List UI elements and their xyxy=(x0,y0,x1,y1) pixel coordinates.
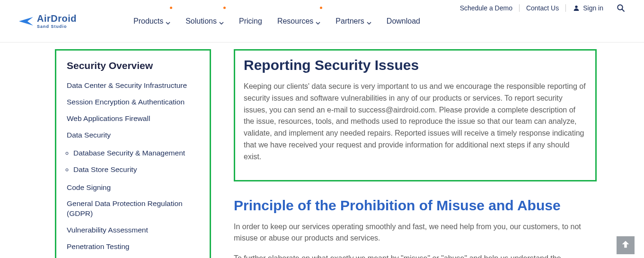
chevron-down-icon xyxy=(367,19,371,24)
section-principle-misuse: Principle of the Prohibition of Misuse a… xyxy=(234,198,597,258)
back-to-top-button[interactable] xyxy=(617,236,635,254)
notification-dot-icon xyxy=(223,7,226,9)
svg-point-1 xyxy=(575,6,578,8)
svg-point-2 xyxy=(618,5,623,10)
sidebar-item-vuln-assessment[interactable]: Vulnerability Assessment xyxy=(67,225,203,235)
sign-in-link[interactable]: Sign in xyxy=(566,4,610,12)
sidebar-item-session-encryption[interactable]: Session Encryption & Authentication xyxy=(67,97,203,107)
notification-dot-icon xyxy=(320,7,322,9)
nav-solutions[interactable]: Solutions xyxy=(185,0,224,42)
svg-line-3 xyxy=(622,9,624,11)
sign-in-label: Sign in xyxy=(583,4,603,12)
page-body: Security Overview Data Center & Security… xyxy=(0,43,644,258)
logo-arrow-icon xyxy=(19,14,33,28)
sidebar: Security Overview Data Center & Security… xyxy=(55,49,211,258)
nav-products-label: Products xyxy=(133,17,163,26)
sidebar-subitem-data-store[interactable]: Data Store Security xyxy=(73,165,203,175)
section-heading: Reporting Security Issues xyxy=(244,57,587,73)
logo-text: AirDroid Sand Studio xyxy=(37,13,77,29)
nav-resources-label: Resources xyxy=(277,17,313,26)
sidebar-item-pen-testing[interactable]: Penetration Testing xyxy=(67,242,203,252)
top-right: Schedule a Demo Contact Us Sign in xyxy=(453,0,625,43)
contact-us-link[interactable]: Contact Us xyxy=(520,4,566,12)
content: Reporting Security Issues Keeping our cl… xyxy=(234,49,597,258)
section-p1: In order to keep our services operating … xyxy=(234,221,597,245)
nav-download-label: Download xyxy=(387,17,420,26)
chevron-down-icon xyxy=(166,19,170,24)
section-body: Keeping our clients' data secure is very… xyxy=(244,81,587,163)
section-reporting-security: Reporting Security Issues Keeping our cl… xyxy=(234,49,597,181)
nav-pricing[interactable]: Pricing xyxy=(239,0,262,42)
sidebar-item-data-security[interactable]: Data Security xyxy=(67,130,203,140)
logo-text-main: AirDroid xyxy=(37,13,77,24)
section-p2: To further elaborate on what exactly we … xyxy=(234,253,597,258)
sidebar-list: Data Center & Security Infrastructure Se… xyxy=(67,81,210,252)
nav-products[interactable]: Products xyxy=(133,0,170,42)
sidebar-item-data-center[interactable]: Data Center & Security Infrastructure xyxy=(67,81,203,91)
search-icon[interactable] xyxy=(617,4,625,12)
schedule-demo-link[interactable]: Schedule a Demo xyxy=(453,4,520,12)
chevron-down-icon xyxy=(316,19,320,24)
sidebar-title: Security Overview xyxy=(67,60,210,71)
sidebar-item-gdpr[interactable]: General Data Protection Regulation (GDPR… xyxy=(67,199,203,219)
svg-marker-0 xyxy=(19,17,33,26)
arrow-up-icon xyxy=(620,239,631,251)
sidebar-item-code-signing[interactable]: Code Signing xyxy=(67,183,203,193)
main-nav: Products Solutions Pricing Resources Par… xyxy=(133,0,420,42)
chevron-down-icon xyxy=(219,19,224,24)
sidebar-subitem-db-security[interactable]: Database Security & Management xyxy=(73,148,203,158)
sidebar-item-waf[interactable]: Web Applications Firewall xyxy=(67,114,203,124)
logo-text-sub: Sand Studio xyxy=(37,24,77,29)
nav-partners[interactable]: Partners xyxy=(335,0,371,42)
nav-download[interactable]: Download xyxy=(387,0,420,42)
sidebar-sublist: Database Security & Management Data Stor… xyxy=(67,148,203,175)
top-links: Schedule a Demo Contact Us Sign in xyxy=(453,4,625,12)
logo[interactable]: AirDroid Sand Studio xyxy=(19,13,77,29)
user-icon xyxy=(573,4,580,12)
section-heading: Principle of the Prohibition of Misuse a… xyxy=(234,198,597,214)
header: AirDroid Sand Studio Products Solutions … xyxy=(0,0,644,43)
nav-resources[interactable]: Resources xyxy=(277,0,320,42)
notification-dot-icon xyxy=(170,7,172,9)
nav-solutions-label: Solutions xyxy=(185,17,217,26)
nav-pricing-label: Pricing xyxy=(239,17,262,26)
nav-partners-label: Partners xyxy=(335,17,364,26)
